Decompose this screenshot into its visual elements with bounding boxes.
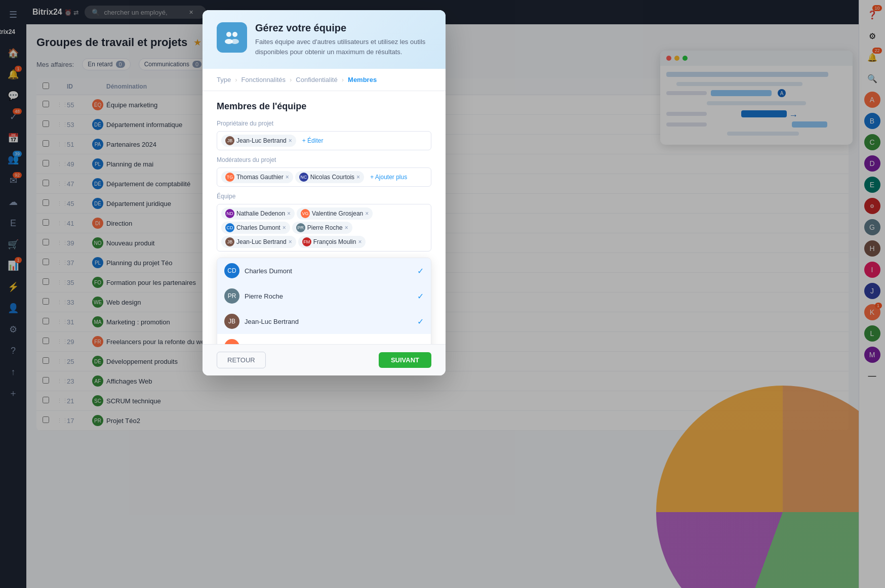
team-tag-1: VG Valentine Grosjean × [297,207,373,220]
team-remove-4[interactable]: × [289,238,292,245]
dropdown-item-name-1: Pierre Roche [245,292,283,300]
team-search-input[interactable] [368,237,427,247]
moderator-tag-0: TG Thomas Gauthier × [221,171,293,183]
dropdown-item[interactable]: PR Pierre Roche ✓ [217,283,431,309]
team-remove-0[interactable]: × [287,210,291,217]
team-remove-5[interactable]: × [358,238,361,245]
modal-desc: Faites équipe avec d'autres utilisateurs… [255,37,431,57]
team-avatar-0: ND [225,209,234,218]
modal-header-icon [217,22,247,53]
owner-avatar: JB [225,136,234,145]
owner-add-button[interactable]: + Éditer [298,136,328,146]
dropdown-avatar-3: TG [224,339,239,344]
team-tag-2: CD Charles Dumont × [221,222,290,234]
team-name-3: Pierre Roche [307,224,343,231]
modal-body: Membres de l'équipe Propriétaire du proj… [203,91,446,344]
owner-label: Propriétaire du projet [217,120,431,127]
nav-step-confidentialite[interactable]: Confidentialité [296,76,337,83]
owner-field: JB Jean-Luc Bertrand × + Éditer [217,131,431,150]
dropdown-item[interactable]: TG Thomas Gauthier [217,334,431,344]
nav-step-fonctionnalites[interactable]: Fonctionnalités [242,76,286,83]
dropdown-item-name-2: Jean-Luc Bertrand [245,318,299,325]
team-avatar-1: VG [301,209,310,218]
team-avatar-3: PR [296,223,305,232]
team-avatar-4: JB [225,237,234,246]
moderator-name-0: Thomas Gauthier [236,174,284,181]
modal-nav: Type › Fonctionnalités › Confidentialité… [203,69,446,91]
team-remove-1[interactable]: × [365,210,369,217]
dropdown-list: CD Charles Dumont ✓ PR Pierre Roche ✓ JB… [217,258,431,344]
modal-header-text: Gérez votre équipe Faites équipe avec d'… [255,22,431,57]
moderator-avatar-1: NC [299,173,308,182]
team-name-1: Valentine Grosjean [312,210,363,217]
back-button[interactable]: RETOUR [217,352,266,368]
team-name-0: Nathalie Dedenon [236,210,285,217]
team-tag-5: FM François Moulin × [298,236,366,248]
members-section-title: Membres de l'équipe [217,101,431,112]
nav-chevron-2: › [290,76,292,83]
moderator-remove-0-icon[interactable]: × [286,174,289,181]
nav-step-membres[interactable]: Membres [348,76,377,83]
nav-chevron-1: › [235,76,237,83]
modal-header: Gérez votre équipe Faites équipe avec d'… [203,10,446,69]
dropdown-item-name-0: Charles Dumont [245,267,292,275]
dropdown-avatar-2: JB [224,314,239,329]
members-dropdown: CD Charles Dumont ✓ PR Pierre Roche ✓ JB… [217,258,431,344]
team-remove-3[interactable]: × [345,224,348,231]
moderators-field: TG Thomas Gauthier × NC Nicolas Courtois… [217,167,431,187]
dropdown-item[interactable]: CD Charles Dumont ✓ [217,258,431,283]
team-avatar-2: CD [225,223,234,232]
moderator-tag-1: NC Nicolas Courtois × [295,171,364,183]
moderator-name-1: Nicolas Courtois [310,174,354,181]
check-icon: ✓ [417,317,424,326]
modal: Gérez votre équipe Faites équipe avec d'… [203,10,446,375]
dropdown-avatar-0: CD [224,263,239,278]
moderator-remove-1-icon[interactable]: × [356,174,360,181]
owner-remove-icon[interactable]: × [289,137,292,144]
moderator-add-button[interactable]: + Ajouter plus [366,172,411,182]
nav-chevron-3: › [342,76,344,83]
team-avatar-5: FM [302,237,311,246]
svg-point-1 [226,32,231,37]
modal-footer: RETOUR SUIVANT [203,344,446,375]
dropdown-item[interactable]: JB Jean-Luc Bertrand ✓ [217,309,431,334]
team-tag-0: ND Nathalie Dedenon × [221,207,295,220]
dropdown-item-name-3: Thomas Gauthier [245,343,295,345]
nav-step-type[interactable]: Type [217,76,231,83]
next-button[interactable]: SUIVANT [379,352,431,368]
dropdown-avatar-1: PR [224,288,239,304]
check-icon: ✓ [417,291,424,301]
moderator-avatar-0: TG [225,173,234,182]
svg-point-2 [232,32,237,37]
modal-overlay: Gérez votre équipe Faites équipe avec d'… [0,0,885,588]
check-icon: ✓ [417,266,424,276]
owner-tag: JB Jean-Luc Bertrand × [221,135,296,147]
team-remove-2[interactable]: × [283,224,286,231]
modal-title: Gérez votre équipe [255,22,431,34]
owner-name: Jean-Luc Bertrand [236,137,287,144]
svg-point-4 [231,39,239,44]
team-tag-4: JB Jean-Luc Bertrand × [221,236,296,248]
team-name-5: François Moulin [313,238,356,245]
team-field[interactable]: ND Nathalie Dedenon × VG Valentine Grosj… [217,204,431,251]
team-name-4: Jean-Luc Bertrand [236,238,287,245]
team-tag-3: PR Pierre Roche × [292,222,352,234]
team-label: Équipe [217,193,431,200]
moderators-label: Modérateurs du projet [217,156,431,163]
team-name-2: Charles Dumont [236,224,280,231]
